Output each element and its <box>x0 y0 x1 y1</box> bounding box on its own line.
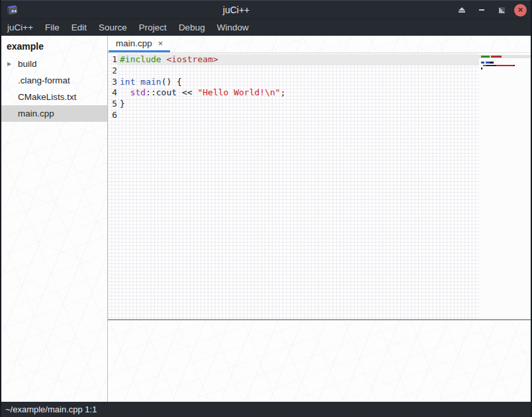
shade-button[interactable] <box>455 3 469 17</box>
code-token: <iostream> <box>166 54 218 64</box>
menu-item-debug[interactable]: Debug <box>173 19 211 36</box>
eject-icon <box>459 7 465 13</box>
terminal-output-pane[interactable] <box>108 320 531 402</box>
code-token: << <box>177 87 197 97</box>
status-bar: ~/example/main.cpp 1:1 <box>0 402 532 417</box>
code-line: std::cout << "Hello World!\n"; <box>117 87 531 99</box>
minimap-segment <box>496 65 513 67</box>
content: example ▶build.clang-formatCMakeLists.tx… <box>1 36 531 402</box>
code-line <box>117 66 531 77</box>
code-token: int <box>120 77 135 87</box>
tree-item-label: main.cpp <box>18 109 54 118</box>
line-number: 2 <box>108 66 117 77</box>
maximize-button[interactable] <box>494 3 509 17</box>
line-number: 6 <box>108 110 117 121</box>
code-token: "Hello World!\n" <box>197 87 280 97</box>
code-token: () { <box>161 77 182 87</box>
minimap-segment <box>491 56 502 58</box>
titlebar[interactable]: ++ juCi++ × <box>0 0 532 19</box>
menu-item-project[interactable]: Project <box>133 19 173 36</box>
status-file-position: ~/example/main.cpp 1:1 <box>5 404 97 414</box>
tree-item-build[interactable]: ▶build <box>1 56 107 72</box>
tab-main-cpp[interactable]: main.cpp × <box>109 36 170 52</box>
code-line: } <box>117 99 531 110</box>
code-token: } <box>120 99 125 109</box>
main-area: main.cpp × 123456 #include <iostream>int… <box>108 36 531 402</box>
line-number: 5 <box>108 99 117 110</box>
minimize-button[interactable] <box>474 3 489 17</box>
maximize-icon <box>499 7 505 13</box>
line-number: 4 <box>108 87 117 99</box>
line-number: 1 <box>108 54 117 66</box>
minimap-segment <box>481 56 490 58</box>
close-button[interactable]: × <box>514 4 527 17</box>
code-token: #include <box>120 54 161 64</box>
code-token: std <box>130 87 146 97</box>
file-tree: ▶build.clang-formatCMakeLists.txtmain.cp… <box>1 56 107 122</box>
menu-item-edit[interactable]: Edit <box>66 19 93 36</box>
code-area[interactable]: #include <iostream>int main() { std::cou… <box>117 53 531 319</box>
chevron-right-icon[interactable]: ▶ <box>1 61 18 67</box>
code-token: :: <box>146 87 156 97</box>
tree-item-label: .clang-format <box>18 75 70 85</box>
code-token <box>120 87 130 97</box>
close-icon: × <box>518 5 523 14</box>
tab-bar: main.cpp × <box>108 36 531 53</box>
juci-window: ++ juCi++ × juCi++FileEditSourceProjectD… <box>0 0 532 417</box>
tab-label: main.cpp <box>116 38 152 48</box>
window-title: juCi++ <box>0 1 472 19</box>
code-line: #include <iostream> <box>117 54 531 66</box>
code-editor[interactable]: 123456 #include <iostream>int main() { s… <box>108 53 531 319</box>
window-controls: × <box>455 1 527 19</box>
code-token: cout <box>156 87 177 97</box>
tree-item-main-cpp[interactable]: main.cpp <box>1 105 107 122</box>
project-root-label[interactable]: example <box>1 38 107 56</box>
menu-item-file[interactable]: File <box>39 19 66 36</box>
file-browser-sidebar: example ▶build.clang-formatCMakeLists.tx… <box>1 36 108 402</box>
menubar: juCi++FileEditSourceProjectDebugWindow <box>0 19 532 36</box>
menu-item-juci[interactable]: juCi++ <box>1 19 39 36</box>
minimap[interactable] <box>479 53 531 319</box>
tree-item-label: build <box>18 59 37 69</box>
code-token: main <box>140 77 161 87</box>
minimap-line <box>479 70 531 73</box>
minimize-icon <box>479 9 484 11</box>
window-border-left <box>0 0 1 417</box>
code-token: ; <box>281 87 286 97</box>
code-line: int main() { <box>117 77 531 88</box>
tree-item-label: CMakeLists.txt <box>18 92 77 102</box>
tree-item-cmakelists-txt[interactable]: CMakeLists.txt <box>1 89 107 105</box>
line-number-gutter: 123456 <box>108 53 117 319</box>
menu-item-window[interactable]: Window <box>211 19 255 36</box>
minimap-segment <box>490 62 494 64</box>
minimap-segment <box>513 65 515 67</box>
minimap-segment <box>481 68 482 70</box>
menu-item-source[interactable]: Source <box>93 19 133 36</box>
tree-item-clang-format[interactable]: .clang-format <box>1 72 107 89</box>
code-line <box>117 110 531 121</box>
line-number: 3 <box>108 77 117 88</box>
tab-close-icon[interactable]: × <box>158 39 163 48</box>
